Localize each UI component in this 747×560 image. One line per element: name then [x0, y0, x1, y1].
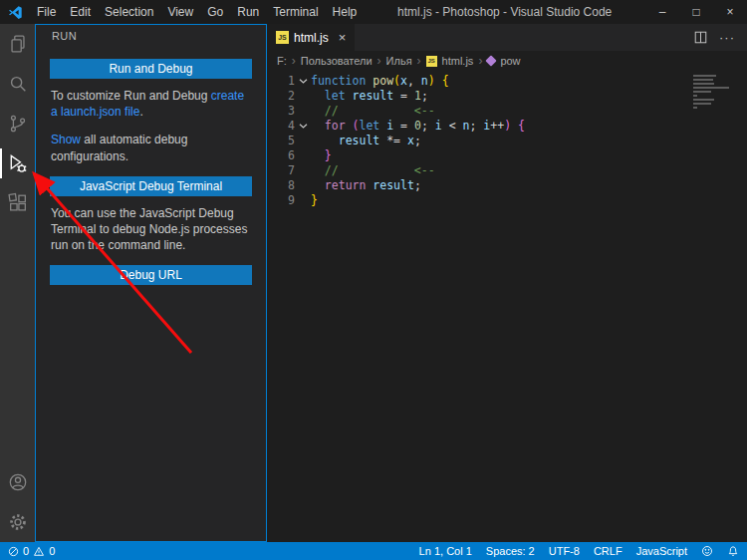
minimap-line: [693, 91, 711, 93]
vscode-logo-icon: [0, 5, 30, 20]
code-text: }: [311, 148, 332, 163]
minimap-line: [693, 75, 716, 77]
debug-url-button[interactable]: Debug URL: [50, 265, 252, 285]
title-bar: File Edit Selection View Go Run Terminal…: [0, 0, 747, 24]
encoding-status[interactable]: UTF-8: [549, 545, 580, 557]
code-line[interactable]: 3 // <--: [267, 104, 747, 119]
minimap-line: [693, 107, 697, 109]
run-and-debug-icon[interactable]: [0, 143, 35, 183]
code-line[interactable]: 8 return result;: [267, 178, 747, 193]
terminal-hint: You can use the JavaScript Debug Termina…: [51, 205, 251, 254]
settings-gear-icon[interactable]: [0, 502, 35, 542]
sidebar-title: RUN: [36, 25, 266, 47]
code-text: return result;: [311, 178, 421, 193]
line-number[interactable]: 2: [267, 89, 295, 104]
breadcrumb: F: › Пользователи › Илья › JS html.js › …: [267, 51, 747, 71]
minimap-line: [693, 83, 714, 85]
js-debug-terminal-button[interactable]: JavaScript Debug Terminal: [50, 176, 252, 196]
line-number[interactable]: 9: [267, 193, 295, 208]
code-line[interactable]: 2 let result = 1;: [267, 89, 747, 104]
more-actions-icon[interactable]: ···: [719, 30, 735, 45]
breadcrumb-file[interactable]: html.js: [442, 55, 474, 67]
split-editor-icon[interactable]: [694, 31, 707, 44]
eol-status[interactable]: CRLF: [594, 545, 622, 557]
chevron-right-icon: ›: [292, 54, 296, 68]
code-line[interactable]: 1function pow(x, n) {: [267, 74, 747, 89]
minimap-line: [693, 103, 711, 105]
explorer-icon[interactable]: [0, 24, 35, 64]
source-control-icon[interactable]: [0, 104, 35, 143]
line-number[interactable]: 4: [267, 119, 295, 134]
line-number[interactable]: 6: [267, 148, 295, 163]
code-text: }: [311, 193, 318, 208]
menu-help[interactable]: Help: [326, 0, 365, 24]
fold-spacer: [295, 148, 311, 163]
chevron-right-icon: ›: [417, 54, 421, 68]
fold-spacer: [295, 104, 311, 119]
breadcrumb-folder1[interactable]: Пользователи: [301, 55, 373, 67]
error-count: 0: [23, 545, 29, 557]
customize-hint: To customize Run and Debug create a laun…: [51, 88, 251, 120]
menu-terminal[interactable]: Terminal: [266, 0, 325, 24]
tab-htmljs[interactable]: JS html.js ×: [267, 24, 355, 51]
menu-run[interactable]: Run: [230, 0, 266, 24]
menu-view[interactable]: View: [160, 0, 200, 24]
minimize-button[interactable]: –: [645, 0, 679, 24]
search-icon[interactable]: [0, 64, 35, 104]
status-bar: 0 0 Ln 1, Col 1 Spaces: 2 UTF-8 CRLF Jav…: [0, 542, 747, 560]
feedback-smiley-icon[interactable]: [701, 545, 713, 557]
breadcrumb-symbol[interactable]: pow: [500, 55, 520, 67]
line-number[interactable]: 5: [267, 134, 295, 148]
problems-status[interactable]: 0 0: [8, 545, 55, 557]
close-button[interactable]: ×: [713, 0, 747, 24]
menu-go[interactable]: Go: [200, 0, 230, 24]
line-number[interactable]: 8: [267, 178, 295, 193]
window-title: html.js - Photoshop - Visual Studio Code: [364, 5, 645, 19]
code-text: let result = 1;: [311, 89, 428, 104]
chevron-right-icon: ›: [478, 54, 482, 68]
fold-chevron-icon[interactable]: [295, 119, 311, 134]
notifications-bell-icon[interactable]: [727, 545, 739, 557]
code-line[interactable]: 9}: [267, 193, 747, 208]
fold-chevron-icon[interactable]: [295, 74, 311, 89]
sidebar-content: Run and Debug To customize Run and Debug…: [36, 47, 266, 285]
show-configurations-link[interactable]: Show: [51, 133, 81, 146]
breadcrumb-folder2[interactable]: Илья: [386, 55, 412, 67]
language-mode[interactable]: JavaScript: [636, 545, 687, 557]
run-and-debug-button[interactable]: Run and Debug: [50, 59, 252, 79]
tab-label: html.js: [294, 31, 329, 45]
menu-file[interactable]: File: [30, 0, 63, 24]
code-text: for (let i = 0; i < n; i++) {: [311, 119, 525, 134]
line-number[interactable]: 3: [267, 104, 295, 119]
breadcrumb-drive[interactable]: F:: [277, 55, 287, 67]
main-area: RUN Run and Debug To customize Run and D…: [0, 24, 747, 542]
code-line[interactable]: 4 for (let i = 0; i < n; i++) {: [267, 119, 747, 134]
show-config-hint: Show all automatic debug configurations.: [51, 132, 251, 163]
maximize-button[interactable]: □: [679, 0, 713, 24]
fold-spacer: [295, 193, 311, 208]
editor-group: JS html.js × ··· F: › Пользователи › Иль…: [267, 24, 747, 542]
menu-edit[interactable]: Edit: [63, 0, 98, 24]
js-file-icon: JS: [276, 31, 289, 44]
minimap-line: [693, 87, 729, 89]
extensions-icon[interactable]: [0, 183, 35, 223]
code-line[interactable]: 6 }: [267, 148, 747, 163]
indentation-status[interactable]: Spaces: 2: [486, 545, 535, 557]
code-line[interactable]: 5 result *= x;: [267, 134, 747, 148]
line-number[interactable]: 1: [267, 74, 295, 89]
code-text: function pow(x, n) {: [311, 74, 449, 89]
account-icon[interactable]: [0, 462, 35, 502]
fold-spacer: [295, 163, 311, 178]
code-lines: 1function pow(x, n) {2 let result = 1;3 …: [267, 74, 747, 208]
minimap[interactable]: [693, 75, 733, 111]
tab-close-icon[interactable]: ×: [339, 30, 347, 45]
cursor-position[interactable]: Ln 1, Col 1: [419, 545, 472, 557]
minimap-line: [693, 95, 697, 97]
js-file-icon: JS: [426, 56, 437, 67]
code-text: // <--: [311, 163, 435, 178]
code-line[interactable]: 7 // <--: [267, 163, 747, 178]
menu-selection[interactable]: Selection: [98, 0, 160, 24]
line-number[interactable]: 7: [267, 163, 295, 178]
fold-spacer: [295, 89, 311, 104]
code-editor[interactable]: 1function pow(x, n) {2 let result = 1;3 …: [267, 71, 747, 542]
